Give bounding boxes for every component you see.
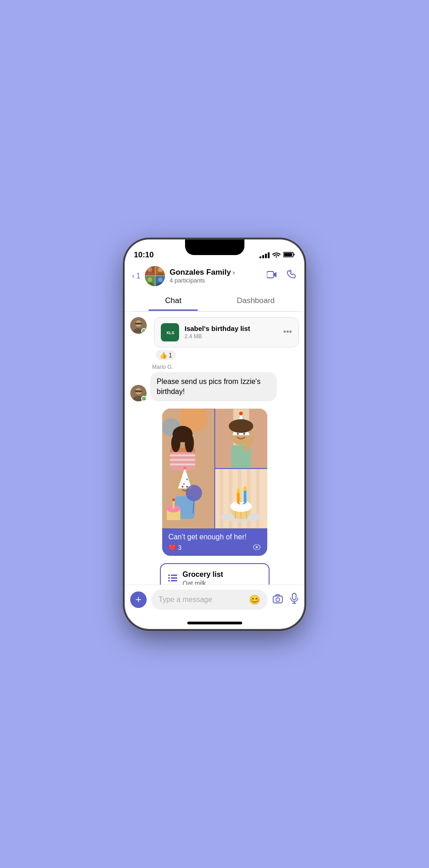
back-chevron-icon: ‹ xyxy=(132,272,134,280)
svg-point-2 xyxy=(148,267,152,272)
chat-header: ‹ 1 xyxy=(125,262,304,312)
svg-point-58 xyxy=(237,433,238,435)
svg-rect-31 xyxy=(169,455,195,457)
svg-point-78 xyxy=(244,487,246,491)
svg-rect-20 xyxy=(135,390,142,392)
svg-point-59 xyxy=(243,433,245,435)
svg-point-4 xyxy=(158,267,163,272)
svg-point-3 xyxy=(145,272,154,276)
battery-icon xyxy=(283,251,295,260)
emoji-button[interactable]: 😊 xyxy=(249,594,260,605)
video-call-button[interactable] xyxy=(267,271,278,281)
tabs: Chat Dashboard xyxy=(132,291,297,311)
svg-point-6 xyxy=(148,277,152,282)
file-size: 2.4 MB xyxy=(185,333,278,340)
svg-point-9 xyxy=(156,282,165,286)
photo-cell-2 xyxy=(215,409,267,468)
file-bubble[interactable]: XLS Isabel's birthday list 2.4 MB ••• xyxy=(154,317,299,347)
phone-call-button[interactable] xyxy=(287,270,297,282)
svg-rect-14 xyxy=(135,323,142,325)
message-input-container: Type a message 😊 xyxy=(151,590,268,610)
svg-point-7 xyxy=(145,282,154,286)
svg-point-39 xyxy=(183,483,185,485)
svg-rect-87 xyxy=(168,580,170,581)
mario-bubble: Please send us pics from Izzie's birthda… xyxy=(150,372,277,402)
group-name[interactable]: Gonzales Family › xyxy=(169,268,235,277)
phone-frame: 10:10 ‹ xyxy=(125,240,304,629)
svg-rect-84 xyxy=(171,575,177,576)
status-icons xyxy=(260,251,295,260)
svg-point-60 xyxy=(228,420,253,433)
photo-caption: Can't get enough of her! xyxy=(162,528,267,544)
svg-rect-65 xyxy=(219,469,223,528)
photo-grid xyxy=(162,409,267,528)
input-bar: + Type a message 😊 xyxy=(125,585,304,619)
svg-rect-1 xyxy=(284,253,292,256)
thumbs-up-reaction[interactable]: 👍 1 xyxy=(156,350,176,360)
chat-area: ✓ XLS Isabel's birthday list 2.4 MB xyxy=(125,312,304,585)
mario-avatar-2: ✓ xyxy=(130,385,147,401)
svg-point-37 xyxy=(179,476,181,478)
svg-point-8 xyxy=(158,277,163,282)
svg-point-5 xyxy=(156,272,165,276)
excel-icon: XLS xyxy=(161,323,179,341)
home-indicator xyxy=(187,622,242,624)
participants-count: 4 participants xyxy=(169,277,235,284)
svg-point-29 xyxy=(185,433,194,453)
status-time: 10:10 xyxy=(134,250,154,260)
heart-reaction[interactable]: ❤️ 3 xyxy=(169,544,182,551)
list-message-row: Grocery list Oat milk xyxy=(125,563,304,584)
file-more-button[interactable]: ••• xyxy=(283,327,292,337)
input-actions xyxy=(272,593,299,606)
back-count: 1 xyxy=(136,272,140,280)
svg-rect-96 xyxy=(292,593,296,600)
svg-point-48 xyxy=(186,486,188,488)
svg-point-47 xyxy=(181,486,183,488)
svg-point-45 xyxy=(185,485,202,501)
list-bubble[interactable]: Grocery list Oat milk xyxy=(160,563,270,584)
wifi-icon xyxy=(272,251,281,259)
svg-point-28 xyxy=(171,434,180,453)
photo-bubble: Can't get enough of her! ❤️ 3 xyxy=(162,409,267,556)
svg-rect-32 xyxy=(169,459,195,461)
svg-rect-85 xyxy=(168,577,170,579)
camera-button[interactable] xyxy=(272,593,283,606)
svg-rect-75 xyxy=(237,492,239,503)
file-name: Isabel's birthday list xyxy=(185,325,278,332)
list-info: Grocery list Oat milk xyxy=(183,570,223,584)
svg-point-38 xyxy=(186,479,188,480)
svg-rect-50 xyxy=(215,409,233,468)
file-reaction-bar: 👍 1 xyxy=(154,350,299,360)
header-left: ‹ 1 xyxy=(132,266,235,286)
avatar-cell-2 xyxy=(155,266,165,276)
online-indicator-2: ✓ xyxy=(141,396,147,401)
list-subtitle: Oat milk xyxy=(183,580,223,584)
svg-point-44 xyxy=(172,499,175,501)
photo-cell-3 xyxy=(215,469,267,528)
phone-inner: 10:10 ‹ xyxy=(125,240,304,629)
seen-icon xyxy=(253,544,261,551)
photo-reaction-bar: ❤️ 3 xyxy=(162,544,267,556)
mic-button[interactable] xyxy=(290,593,299,606)
avatar-cell-3 xyxy=(145,276,155,286)
message-text-mario: ✓ Mario G. Please send us pics from Izzi… xyxy=(125,364,304,402)
back-button[interactable]: ‹ 1 xyxy=(132,272,140,280)
svg-rect-33 xyxy=(169,463,195,465)
signal-icon xyxy=(260,252,270,258)
svg-point-57 xyxy=(239,412,243,415)
tab-dashboard[interactable]: Dashboard xyxy=(215,291,297,311)
svg-point-36 xyxy=(183,467,186,469)
mario-sender-name: Mario G. xyxy=(150,364,277,370)
svg-point-77 xyxy=(237,489,239,493)
avatar-cell-1 xyxy=(145,266,155,276)
list-icon xyxy=(168,574,177,584)
file-message-content: XLS Isabel's birthday list 2.4 MB ••• 👍 xyxy=(154,317,299,360)
tab-chat[interactable]: Chat xyxy=(132,291,215,311)
list-title: Grocery list xyxy=(183,570,223,579)
photo-cell-1 xyxy=(162,409,214,528)
add-button[interactable]: + xyxy=(130,591,147,608)
svg-text:XLS: XLS xyxy=(166,330,175,335)
message-input[interactable]: Type a message xyxy=(159,596,212,604)
header-actions xyxy=(267,270,297,282)
svg-rect-76 xyxy=(244,490,246,503)
